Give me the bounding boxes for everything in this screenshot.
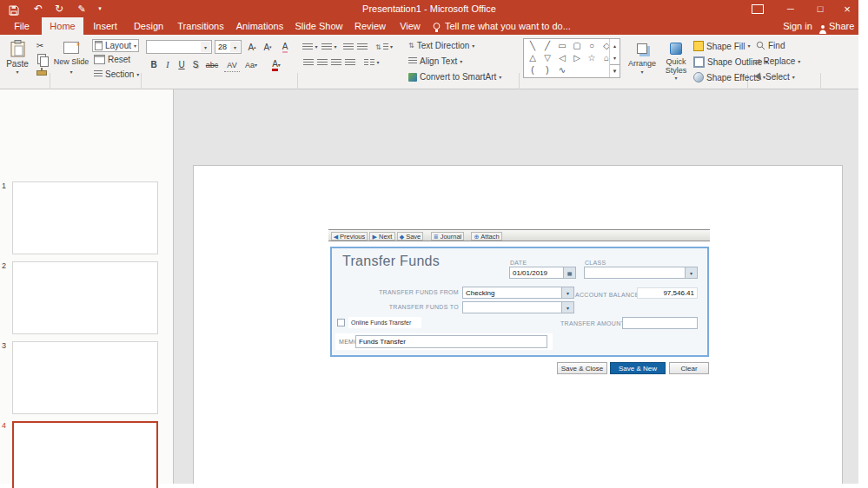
touch-mode-icon[interactable]: ✎ xyxy=(73,0,90,17)
reset-button[interactable]: Reset xyxy=(94,55,130,64)
qb-journal-button[interactable]: ≣ Journal xyxy=(431,232,464,241)
transfer-amount-field[interactable] xyxy=(622,317,698,329)
increase-indent-icon[interactable] xyxy=(356,41,368,53)
ribbon-display-options-icon[interactable] xyxy=(751,4,765,14)
shape-fill-button[interactable]: Shape Fill▾ xyxy=(693,41,750,51)
copy-icon[interactable] xyxy=(35,53,49,65)
quick-styles-icon[interactable] xyxy=(662,42,690,56)
decrease-indent-icon[interactable] xyxy=(342,41,354,53)
format-painter-icon[interactable] xyxy=(35,67,49,79)
shape-line2-icon[interactable]: ╱ xyxy=(540,40,554,50)
qb-next-button[interactable]: ▶ Next xyxy=(369,232,395,241)
shape-paren-left-icon[interactable]: ( xyxy=(526,64,540,75)
shape-paren-right-icon[interactable]: ) xyxy=(540,64,554,75)
font-name-combo[interactable]: ▾ xyxy=(146,40,212,54)
arrange-caret-icon[interactable]: ▾ xyxy=(624,69,660,75)
class-dropdown[interactable]: ▾ xyxy=(584,267,698,279)
tab-design[interactable]: Design xyxy=(127,17,170,35)
share-button[interactable]: Share xyxy=(829,17,854,35)
layout-button[interactable]: Layout▾ xyxy=(92,39,139,52)
paste-button-label[interactable]: Paste xyxy=(0,59,35,69)
tab-view[interactable]: View xyxy=(393,17,427,35)
slide-thumbnail-3[interactable] xyxy=(12,341,158,414)
tab-file[interactable]: File xyxy=(5,17,38,35)
tab-animations[interactable]: Animations xyxy=(231,17,288,35)
arrange-label[interactable]: Arrange xyxy=(624,59,660,68)
sign-in-link[interactable]: Sign in xyxy=(779,17,817,35)
font-name-caret-icon[interactable]: ▾ xyxy=(201,42,210,52)
online-transfer-checkbox[interactable] xyxy=(337,319,345,326)
convert-smartart-button[interactable]: Convert to SmartArt▾ xyxy=(408,72,501,82)
text-direction-button[interactable]: ⇅ Text Direction▾ xyxy=(408,41,474,50)
class-caret-icon[interactable]: ▾ xyxy=(685,267,697,278)
arrange-icon[interactable] xyxy=(627,42,657,56)
shape-line-icon[interactable]: ╲ xyxy=(526,40,540,50)
minimize-button[interactable]: ─ xyxy=(777,0,805,17)
calendar-icon[interactable]: ▦ xyxy=(563,267,575,278)
shape-triangle-icon[interactable]: △ xyxy=(526,52,540,63)
font-size-combo[interactable]: 28 ▾ xyxy=(215,40,242,54)
italic-button[interactable]: I xyxy=(162,58,174,71)
tell-me-box[interactable]: Tell me what you want to do... xyxy=(445,17,571,35)
tab-review[interactable]: Review xyxy=(349,17,391,35)
date-field[interactable]: 01/01/2019 ▦ xyxy=(509,267,576,279)
shapes-more-icon[interactable]: ▼ xyxy=(610,64,620,76)
cut-icon[interactable]: ✂ xyxy=(33,39,47,51)
new-slide-label-1[interactable]: New Slide xyxy=(52,57,90,66)
shape-rect-icon[interactable]: ▭ xyxy=(555,40,569,50)
shape-arrow-left-icon[interactable]: ◁ xyxy=(555,52,569,63)
quick-access-customize-icon[interactable]: ▾ xyxy=(94,0,106,17)
underline-button[interactable]: U xyxy=(176,58,188,71)
shape-arrow-right-icon[interactable]: ▷ xyxy=(570,52,584,63)
replace-button[interactable]: ⇄ Replace▾ xyxy=(754,56,800,66)
line-spacing-button[interactable]: ⇅▾ xyxy=(375,41,393,53)
shape-triangle-down-icon[interactable]: ▽ xyxy=(540,52,554,63)
slide-thumbnail-4-selected[interactable] xyxy=(12,421,158,488)
slide-thumbnail-1[interactable] xyxy=(12,181,158,254)
new-slide-caret-icon[interactable]: ▾ xyxy=(52,69,90,75)
text-shadow-button[interactable]: S xyxy=(189,58,202,71)
font-color-button[interactable]: A▾ xyxy=(269,58,283,71)
select-button[interactable]: Select▾ xyxy=(756,72,795,82)
qb-save-button[interactable]: ◆ Save xyxy=(397,232,423,241)
save-and-close-button[interactable]: Save & Close xyxy=(557,362,607,374)
paste-dropdown-caret-icon[interactable]: ▾ xyxy=(0,69,35,75)
align-text-button[interactable]: Align Text▾ xyxy=(408,56,462,66)
section-button[interactable]: Section▾ xyxy=(94,69,139,79)
numbering-button[interactable]: ▾ xyxy=(321,41,337,53)
shape-star-icon[interactable]: ☆ xyxy=(585,52,599,63)
shapes-scroll-up-icon[interactable]: ▴ xyxy=(610,40,620,51)
find-button[interactable]: Find xyxy=(756,41,785,50)
shrink-font-icon[interactable]: A▾ xyxy=(261,40,275,54)
slide-thumbnail-2[interactable] xyxy=(12,261,158,334)
tab-slide-show[interactable]: Slide Show xyxy=(290,17,348,35)
grow-font-icon[interactable]: A▴ xyxy=(245,40,259,54)
align-left-icon[interactable] xyxy=(302,56,315,69)
transfer-to-caret-icon[interactable]: ▾ xyxy=(561,302,573,313)
restore-button[interactable]: □ xyxy=(806,0,834,17)
redo-icon[interactable]: ↻ xyxy=(50,0,68,17)
shape-curve-icon[interactable]: ∿ xyxy=(555,64,569,75)
clear-button[interactable]: Clear xyxy=(669,362,709,374)
shape-ellipse-icon[interactable]: ○ xyxy=(585,40,599,50)
memo-field[interactable]: Funds Transfer xyxy=(355,335,547,348)
transfer-to-dropdown[interactable]: ▾ xyxy=(462,301,574,313)
undo-icon[interactable]: ↶ xyxy=(30,0,47,17)
bullets-button[interactable]: ▾ xyxy=(302,41,318,53)
tab-home[interactable]: Home xyxy=(42,17,83,35)
quick-styles-caret-icon[interactable]: ▾ xyxy=(659,76,693,81)
bold-button[interactable]: B xyxy=(148,58,160,71)
strikethrough-button[interactable]: abc xyxy=(203,58,221,71)
slide-thumbnail-panel[interactable]: 1 2 3 4 xyxy=(0,89,174,484)
columns-button[interactable]: ▾ xyxy=(363,56,381,69)
quick-styles-label-2[interactable]: Styles xyxy=(659,66,693,75)
shapes-scroll-down-icon[interactable]: ▾ xyxy=(610,52,620,63)
justify-icon[interactable] xyxy=(344,56,356,69)
quick-styles-label-1[interactable]: Quick xyxy=(659,57,693,66)
clear-formatting-icon[interactable]: A xyxy=(278,40,292,54)
shapes-gallery[interactable]: ╲ ╱ ▭ ▢ ○ ◇ △ ▽ ◁ ▷ ☆ ⌂ ( ) ∿ ▴ ▾ ▼ xyxy=(523,38,620,78)
transfer-from-caret-icon[interactable]: ▾ xyxy=(561,287,573,298)
qb-attach-button[interactable]: ⊕ Attach xyxy=(471,232,502,241)
save-and-new-button[interactable]: Save & New xyxy=(610,362,666,374)
tab-insert[interactable]: Insert xyxy=(85,17,125,35)
